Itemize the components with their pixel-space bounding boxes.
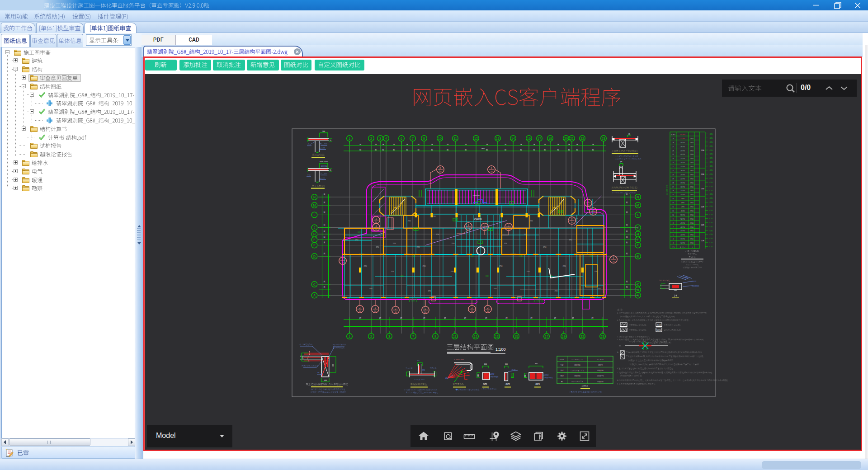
svg-text:2: 2 xyxy=(376,225,377,227)
svg-text:C: C xyxy=(637,283,639,286)
svg-text:100: 100 xyxy=(505,363,508,365)
svg-text:30: 30 xyxy=(626,230,628,232)
svg-text:10: 10 xyxy=(592,212,594,215)
svg-text:C25: C25 xyxy=(710,214,713,216)
svg-text:23: 23 xyxy=(672,162,674,164)
svg-text:30: 30 xyxy=(626,202,628,203)
svg-text:30: 30 xyxy=(626,193,628,195)
svg-text:2: 2 xyxy=(472,307,473,309)
svg-text:C8@100: C8@100 xyxy=(597,381,604,383)
svg-text:28: 28 xyxy=(465,144,467,146)
svg-text:2.900: 2.900 xyxy=(690,142,693,144)
svg-text:C25: C25 xyxy=(710,246,713,248)
svg-text:150: 150 xyxy=(422,369,425,371)
svg-text:30: 30 xyxy=(324,212,326,213)
svg-text:10: 10 xyxy=(508,228,510,230)
svg-text:30: 30 xyxy=(626,236,628,238)
svg-text:24: 24 xyxy=(672,158,674,160)
svg-text:34.970: 34.970 xyxy=(680,242,685,244)
svg-text:7: 7 xyxy=(412,335,414,338)
svg-text:10: 10 xyxy=(439,170,442,173)
svg-text:29: 29 xyxy=(464,317,466,319)
svg-text:28: 28 xyxy=(447,144,448,146)
svg-text:B: B xyxy=(637,288,639,291)
svg-text:XXX: XXX xyxy=(657,324,661,326)
svg-text:2.900: 2.900 xyxy=(690,206,693,208)
svg-text:28: 28 xyxy=(431,144,433,146)
svg-text:2750: 2750 xyxy=(417,246,420,248)
svg-text:C25: C25 xyxy=(710,146,713,147)
svg-text:2750: 2750 xyxy=(530,220,533,222)
svg-text:3: 3 xyxy=(673,242,674,244)
svg-text:YJZ: YJZ xyxy=(561,364,564,366)
svg-text:2: 2 xyxy=(440,167,441,169)
svg-text:2750: 2750 xyxy=(364,265,367,267)
svg-text:26: 26 xyxy=(672,150,674,152)
svg-text:25: 25 xyxy=(330,140,331,141)
svg-text:10: 10 xyxy=(587,204,590,206)
svg-text:30: 30 xyxy=(359,149,361,151)
svg-text:2750: 2750 xyxy=(543,246,547,248)
svg-text:28: 28 xyxy=(418,144,420,146)
svg-text:GBZ: GBZ xyxy=(560,375,564,377)
svg-text:30: 30 xyxy=(324,202,326,203)
svg-text:-1.030: -1.030 xyxy=(680,210,684,212)
svg-text:29: 29 xyxy=(359,317,361,319)
svg-text:40.970: 40.970 xyxy=(680,154,685,155)
svg-text:L1(1): L1(1) xyxy=(471,255,474,257)
svg-text:1: 1 xyxy=(480,241,481,244)
svg-text:10: 10 xyxy=(395,311,397,313)
svg-text:2750: 2750 xyxy=(524,234,527,235)
svg-text:43.970: 43.970 xyxy=(680,230,685,232)
svg-text:L: L xyxy=(314,213,316,216)
svg-text:2-4: 2-4 xyxy=(674,295,677,297)
svg-text:2.900: 2.900 xyxy=(690,222,693,224)
svg-text:10: 10 xyxy=(672,214,674,216)
svg-text:14: 14 xyxy=(672,198,674,200)
svg-text:31003100: 31003100 xyxy=(472,195,480,197)
svg-text:7: 7 xyxy=(412,137,414,140)
svg-text:2750: 2750 xyxy=(500,265,503,267)
svg-text:10: 10 xyxy=(438,137,442,140)
svg-text:2: 2 xyxy=(342,258,344,261)
svg-text:2.900: 2.900 xyxy=(690,234,693,236)
svg-text:C25: C25 xyxy=(710,226,713,228)
svg-text:H: H xyxy=(313,233,316,236)
svg-text:10: 10 xyxy=(375,228,377,230)
svg-text:29: 29 xyxy=(672,138,674,140)
svg-text:C25: C25 xyxy=(710,174,713,175)
svg-text:13: 13 xyxy=(495,335,499,338)
svg-text:12: 12 xyxy=(474,137,478,140)
svg-text:4: 4 xyxy=(673,238,674,240)
svg-text:L: L xyxy=(637,213,639,216)
svg-text:19: 19 xyxy=(672,178,674,180)
svg-text:20: 20 xyxy=(672,174,674,176)
svg-text:2750: 2750 xyxy=(376,246,379,248)
svg-text:30: 30 xyxy=(568,149,570,151)
svg-text:C25: C25 xyxy=(710,186,713,188)
svg-text:29: 29 xyxy=(444,317,446,319)
svg-text:2750: 2750 xyxy=(494,288,497,290)
svg-text:2: 2 xyxy=(425,308,426,310)
svg-text:C25: C25 xyxy=(710,218,713,220)
svg-text:11: 11 xyxy=(453,137,457,140)
svg-text:C26: C26 xyxy=(701,240,704,242)
svg-text:13: 13 xyxy=(672,202,674,204)
svg-text:N: N xyxy=(313,196,316,199)
svg-text:2.900: 2.900 xyxy=(690,230,693,232)
svg-text:10: 10 xyxy=(374,310,377,312)
svg-text:40.970: 40.970 xyxy=(680,234,685,236)
svg-text:15: 15 xyxy=(514,335,518,338)
svg-text:500: 500 xyxy=(674,290,677,291)
svg-text:25: 25 xyxy=(672,154,674,155)
svg-text:2.900: 2.900 xyxy=(690,242,693,244)
svg-text:29: 29 xyxy=(506,317,508,319)
svg-text:8: 8 xyxy=(673,222,674,224)
svg-text:15: 15 xyxy=(672,194,674,196)
svg-text:D: D xyxy=(637,255,639,258)
svg-text:2.900: 2.900 xyxy=(690,226,693,228)
svg-text:2.900: 2.900 xyxy=(690,162,693,164)
svg-text:OOO: OOO xyxy=(656,329,661,331)
svg-text:25: 25 xyxy=(330,169,331,171)
svg-text:340L890: 340L890 xyxy=(474,218,482,220)
